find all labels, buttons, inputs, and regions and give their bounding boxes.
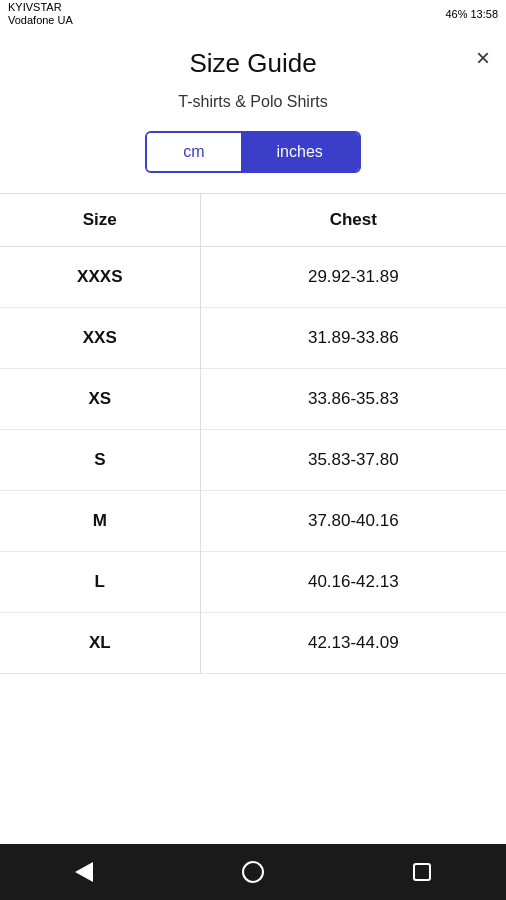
close-button[interactable]: × <box>476 46 490 70</box>
table-row: XS33.86-35.83 <box>0 369 506 430</box>
size-table-wrapper: Size Chest XXXS29.92-31.89XXS31.89-33.86… <box>0 193 506 844</box>
col-size-header: Size <box>0 194 200 247</box>
cell-size: L <box>0 552 200 613</box>
cell-chest: 37.80-40.16 <box>200 491 506 552</box>
cell-chest: 33.86-35.83 <box>200 369 506 430</box>
cell-chest: 40.16-42.13 <box>200 552 506 613</box>
cell-size: XXXS <box>0 247 200 308</box>
nav-bar <box>0 844 506 900</box>
home-icon[interactable] <box>242 861 264 883</box>
table-row: XXS31.89-33.86 <box>0 308 506 369</box>
toggle-inches-button[interactable]: inches <box>241 133 359 171</box>
size-table-body: XXXS29.92-31.89XXS31.89-33.86XS33.86-35.… <box>0 247 506 674</box>
cell-chest: 42.13-44.09 <box>200 613 506 674</box>
table-row: L40.16-42.13 <box>0 552 506 613</box>
modal-header: Size Guide × <box>0 28 506 87</box>
modal-container: Size Guide × T-shirts & Polo Shirts cm i… <box>0 28 506 844</box>
table-row: XL42.13-44.09 <box>0 613 506 674</box>
cell-size: M <box>0 491 200 552</box>
cell-size: S <box>0 430 200 491</box>
modal-title: Size Guide <box>40 48 466 79</box>
cell-chest: 35.83-37.80 <box>200 430 506 491</box>
cell-size: XS <box>0 369 200 430</box>
toggle-group: cm inches <box>145 131 361 173</box>
battery-icon: 46% <box>445 8 467 20</box>
unit-toggle-container: cm inches <box>0 131 506 173</box>
modal-subtitle: T-shirts & Polo Shirts <box>0 93 506 123</box>
toggle-cm-button[interactable]: cm <box>147 133 240 171</box>
col-chest-header: Chest <box>200 194 506 247</box>
cell-size: XXS <box>0 308 200 369</box>
cell-chest: 29.92-31.89 <box>200 247 506 308</box>
recent-icon[interactable] <box>413 863 431 881</box>
table-row: S35.83-37.80 <box>0 430 506 491</box>
table-header-row: Size Chest <box>0 194 506 247</box>
cell-chest: 31.89-33.86 <box>200 308 506 369</box>
cell-size: XL <box>0 613 200 674</box>
table-row: XXXS29.92-31.89 <box>0 247 506 308</box>
back-icon[interactable] <box>75 862 93 882</box>
carrier-info: KYIVSTAR Vodafone UA <box>8 1 73 27</box>
size-table: Size Chest XXXS29.92-31.89XXS31.89-33.86… <box>0 194 506 674</box>
time-display: 13:58 <box>470 8 498 20</box>
status-right: 46% 13:58 <box>445 8 498 20</box>
table-row: M37.80-40.16 <box>0 491 506 552</box>
status-bar: KYIVSTAR Vodafone UA 46% 13:58 <box>0 0 506 28</box>
